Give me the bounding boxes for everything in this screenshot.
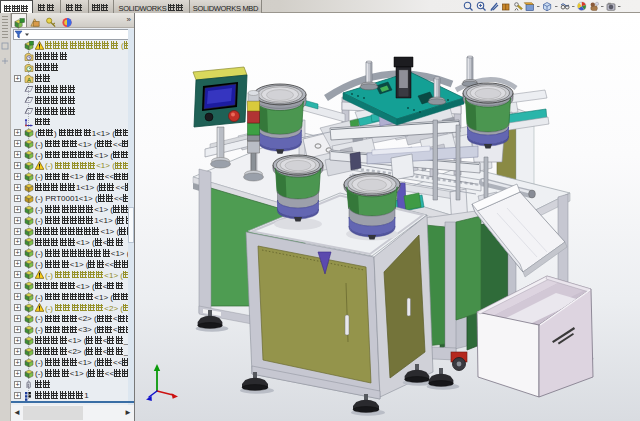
svg-text:A: A [27, 77, 31, 83]
